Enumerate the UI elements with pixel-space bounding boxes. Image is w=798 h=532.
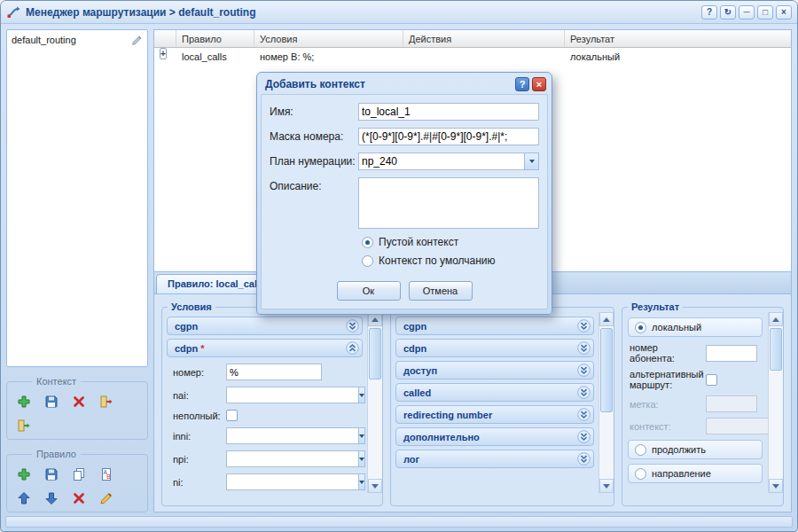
direction-radio[interactable] (635, 468, 646, 480)
minimize-button[interactable]: ─ (739, 5, 755, 20)
mask-label: Маска номера: (270, 128, 358, 145)
scroll-thumb[interactable] (770, 328, 782, 371)
help-button[interactable]: ? (701, 5, 717, 20)
expand-icon[interactable] (577, 386, 591, 399)
condition-section-cdpn[interactable]: cdpn * (167, 339, 363, 357)
expand-icon[interactable] (577, 408, 591, 421)
scroll-track[interactable] (368, 326, 382, 479)
collapse-icon[interactable] (346, 341, 359, 355)
refresh-button[interactable]: ↻ (720, 5, 736, 20)
expand-icon[interactable] (577, 452, 591, 466)
npi-combo-input[interactable] (226, 450, 358, 467)
move-rule-down-button[interactable] (42, 489, 61, 507)
action-section-cdpn[interactable]: cdpn (395, 339, 594, 357)
action-section-cgpn[interactable]: cgpn (395, 317, 594, 335)
alt-route-checkbox[interactable] (706, 374, 717, 386)
description-textarea[interactable] (358, 177, 539, 229)
close-button[interactable]: × (776, 5, 792, 20)
expand-icon[interactable] (577, 430, 591, 443)
delete-rule-button[interactable] (69, 489, 89, 507)
save-context-button[interactable] (42, 393, 61, 411)
default-context-label: Контекст по умолчанию (379, 254, 496, 267)
scroll-up-button[interactable] (769, 312, 783, 326)
default-context-option[interactable]: Контекст по умолчанию (362, 254, 539, 267)
context-toolbar: Контекст (6, 376, 148, 440)
grid-header-conditions[interactable]: Условия (254, 30, 403, 47)
scroll-down-button[interactable] (769, 479, 783, 493)
rule-detail-panel: Условия cgpn cdpn * (153, 294, 792, 512)
scroll-up-button[interactable] (599, 312, 614, 326)
scroll-thumb[interactable] (369, 328, 381, 379)
cancel-button[interactable]: Отмена (409, 281, 473, 301)
continue-radio[interactable] (635, 444, 646, 456)
scroll-track[interactable] (599, 326, 614, 479)
alt-route-label: альтернативный маршрут: (630, 369, 700, 390)
grid-header-rule[interactable]: Правило (176, 30, 254, 47)
expand-icon[interactable] (577, 364, 591, 377)
scroll-thumb[interactable] (600, 328, 613, 412)
expand-icon[interactable] (577, 319, 591, 332)
empty-context-radio[interactable] (362, 237, 373, 248)
plan-combo-input[interactable] (358, 153, 524, 170)
grid-header-result[interactable]: Результат (565, 30, 791, 47)
scroll-down-button[interactable] (368, 479, 382, 493)
action-section-access[interactable]: доступ (395, 361, 594, 379)
dialog-titlebar[interactable]: Добавить контекст ? × (261, 74, 548, 94)
number-input[interactable] (226, 364, 322, 380)
export-context-button[interactable] (97, 393, 116, 411)
empty-context-option[interactable]: Пустой контекст (362, 236, 539, 248)
local-radio[interactable] (635, 322, 646, 333)
grid-header-actions[interactable]: Действия (403, 30, 565, 47)
result-option-direction[interactable]: направление (628, 464, 763, 483)
npi-combo-trigger[interactable] (358, 450, 365, 467)
maximize-button[interactable]: □ (757, 5, 773, 20)
scroll-track[interactable] (769, 326, 783, 479)
add-context-button[interactable] (14, 393, 34, 411)
inni-combo-trigger[interactable] (358, 427, 365, 444)
conditions-fieldset: Условия cgpn cdpn * (161, 301, 383, 506)
cell-actions (403, 48, 565, 66)
subscriber-number-input[interactable] (706, 345, 757, 362)
plan-combo-trigger[interactable] (524, 153, 539, 170)
ok-button[interactable]: Ок (337, 281, 401, 301)
result-option-continue[interactable]: продолжить (628, 440, 763, 459)
ni-combo-trigger[interactable] (358, 473, 365, 490)
copy-rule-button[interactable] (69, 466, 89, 483)
expand-icon[interactable] (577, 341, 591, 355)
inni-combo-input[interactable] (226, 427, 358, 444)
field-label-inni: inni: (173, 431, 226, 442)
action-section-redirecting[interactable]: redirecting number (395, 405, 594, 424)
ni-combo-input[interactable] (226, 473, 358, 490)
field-label-nai: nai: (173, 390, 226, 401)
incomplete-checkbox[interactable] (226, 410, 238, 421)
rename-rule-button[interactable]: AB (97, 466, 116, 483)
result-option-local[interactable]: локальный (628, 317, 763, 337)
condition-section-cgpn[interactable]: cgpn (167, 317, 363, 335)
nai-combo-input[interactable] (226, 387, 358, 403)
name-input[interactable] (358, 103, 539, 121)
save-rule-button[interactable] (42, 466, 61, 483)
actions-scrollbar[interactable] (598, 312, 614, 493)
conditions-scrollbar[interactable] (367, 312, 382, 493)
edit-pencil-icon[interactable] (131, 35, 143, 46)
delete-context-button[interactable] (69, 393, 89, 411)
action-section-log[interactable]: лог (395, 450, 594, 468)
expand-icon[interactable] (346, 319, 359, 332)
name-label: Имя: (270, 103, 358, 121)
scroll-down-button[interactable] (599, 479, 614, 493)
edit-rule-button[interactable] (97, 489, 116, 507)
grid-row-local-calls[interactable]: + local_calls номер В: %; локальный (153, 48, 792, 66)
result-scrollbar[interactable] (768, 312, 783, 493)
dialog-help-button[interactable]: ? (515, 77, 529, 91)
mask-input[interactable] (358, 128, 539, 145)
import-context-button[interactable] (14, 417, 34, 434)
nai-combo-trigger[interactable] (358, 387, 365, 403)
add-rule-button[interactable] (14, 466, 34, 483)
routing-list-item[interactable]: default_routing (7, 30, 147, 50)
move-rule-up-button[interactable] (14, 489, 34, 507)
dialog-close-button[interactable]: × (532, 77, 546, 91)
row-expander-icon[interactable]: + (160, 48, 167, 59)
default-context-radio[interactable] (362, 255, 373, 267)
action-section-called[interactable]: called (395, 383, 594, 402)
action-section-additional[interactable]: дополнительно (395, 427, 594, 446)
